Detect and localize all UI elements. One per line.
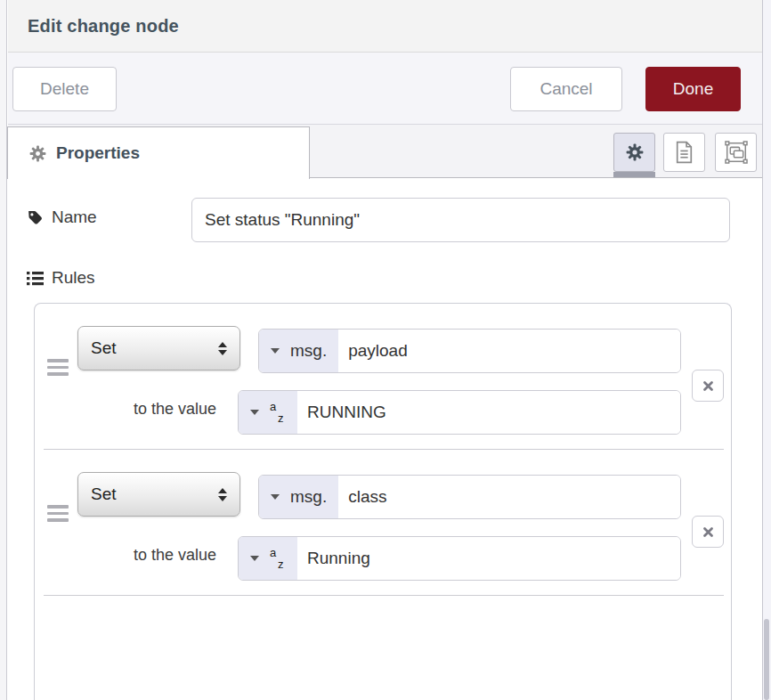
rule1-value-type-button[interactable]: a z xyxy=(239,391,297,434)
rules-section-label: Rules xyxy=(27,268,95,288)
rule2-value-input: a z Running xyxy=(238,536,681,581)
rule1-remove-button[interactable] xyxy=(692,370,724,402)
rule1-action-select[interactable]: Set xyxy=(77,326,240,370)
dialog-title: Edit change node xyxy=(28,16,179,37)
rule2-remove-button[interactable] xyxy=(692,516,724,548)
drag-handle-icon[interactable] xyxy=(47,359,69,379)
string-type-icon: a z xyxy=(270,547,286,570)
tab-properties-icon-button[interactable] xyxy=(613,133,655,172)
properties-panel: Name Rules xyxy=(8,178,762,700)
rule2-property-value[interactable]: class xyxy=(338,476,680,518)
cancel-button[interactable]: Cancel xyxy=(510,67,622,111)
scrollbar-thumb[interactable] xyxy=(764,619,769,700)
chevron-down-icon xyxy=(271,494,280,500)
name-label-text: Name xyxy=(52,208,97,227)
rule2-to-value-label: to the value xyxy=(70,546,216,565)
gear-icon xyxy=(29,145,46,162)
rule1-value[interactable]: RUNNING xyxy=(297,391,680,434)
name-input[interactable] xyxy=(191,198,730,242)
rule2-action-value: Set xyxy=(91,484,117,504)
list-icon xyxy=(27,271,44,286)
rules-list: Set msg. payload to the value xyxy=(34,303,732,700)
select-updown-icon xyxy=(218,342,227,355)
rule1-value-input: a z RUNNING xyxy=(238,390,681,435)
rule2-action-select[interactable]: Set xyxy=(77,472,240,517)
rule1-property-type-button[interactable]: msg. xyxy=(259,330,338,372)
close-icon xyxy=(702,380,714,392)
edit-tray: Edit change node Delete Cancel Done xyxy=(8,0,763,700)
done-button[interactable]: Done xyxy=(645,67,741,111)
tray-toolbar: Delete Cancel Done xyxy=(8,53,762,125)
tab-properties[interactable]: Properties xyxy=(7,126,310,179)
tab-description-button[interactable] xyxy=(663,133,705,172)
name-field-label: Name xyxy=(27,208,97,227)
chevron-down-icon xyxy=(271,348,280,354)
rule2-value[interactable]: Running xyxy=(297,537,680,580)
chevron-down-icon xyxy=(250,410,259,415)
rule2-property-input: msg. class xyxy=(258,475,681,519)
rule2-property-type-button[interactable]: msg. xyxy=(259,476,338,518)
chevron-down-icon xyxy=(250,556,259,561)
rule1-action-value: Set xyxy=(91,338,117,358)
delete-button[interactable]: Delete xyxy=(12,67,117,111)
edit-change-node-dialog: Edit change node Delete Cancel Done xyxy=(0,0,771,700)
tray-resize-handle[interactable] xyxy=(0,0,7,700)
tray-header: Edit change node xyxy=(8,0,762,53)
rule1-property-input: msg. payload xyxy=(258,329,681,373)
close-icon xyxy=(702,526,714,538)
rules-label-text: Rules xyxy=(52,268,95,288)
rule2-property-prefix: msg. xyxy=(290,487,327,507)
scrollbar-track[interactable] xyxy=(763,0,771,700)
tag-icon xyxy=(27,209,44,226)
select-updown-icon xyxy=(218,488,227,501)
string-type-icon: a z xyxy=(270,401,286,424)
rule-row-2: Set msg. class to the value xyxy=(35,450,731,596)
rule1-to-value-label: to the value xyxy=(70,400,216,419)
document-icon xyxy=(675,141,694,164)
rule2-value-type-button[interactable]: a z xyxy=(239,537,297,580)
appearance-group-icon xyxy=(725,141,748,164)
gear-icon xyxy=(626,143,644,161)
editor-tabbar: Properties xyxy=(8,125,762,178)
tab-properties-label: Properties xyxy=(56,143,140,163)
rule1-property-value[interactable]: payload xyxy=(338,330,680,372)
tab-appearance-button[interactable] xyxy=(715,133,757,172)
rule1-property-prefix: msg. xyxy=(290,341,327,361)
drag-handle-icon[interactable] xyxy=(47,505,69,525)
rule-row-1: Set msg. payload to the value xyxy=(35,304,731,450)
